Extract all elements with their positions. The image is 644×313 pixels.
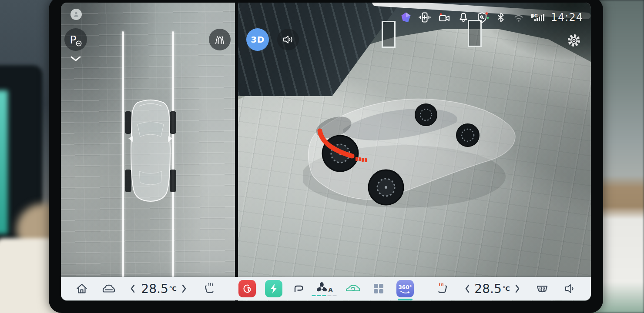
camera-360-label: 360° xyxy=(398,285,412,290)
left-temp-down-button[interactable] xyxy=(129,277,136,300)
chevron-right-icon xyxy=(514,283,521,294)
dashcam-recording-icon[interactable] xyxy=(438,12,451,23)
right-temp-unit: ℃ xyxy=(503,285,510,292)
seat-heating-icon xyxy=(436,282,450,295)
settings-gear-icon[interactable] xyxy=(567,33,581,48)
lane-display-button[interactable] xyxy=(209,29,231,50)
instrument-cluster-screen-blur xyxy=(0,90,8,234)
phone-charging-icon[interactable] xyxy=(418,11,431,23)
app-grid-button[interactable] xyxy=(372,277,385,300)
parking-assist-button[interactable]: P xyxy=(64,28,87,51)
rotate-arrow-icon xyxy=(399,290,411,295)
door-frame xyxy=(382,21,396,48)
clock: 14:24 xyxy=(551,11,583,23)
active-app-indicator xyxy=(398,299,413,300)
ego-car-topdown xyxy=(124,97,177,203)
car-recirculation-icon xyxy=(345,283,361,294)
cellular-signal-icon: 4G xyxy=(531,14,544,21)
left-temp-up-button[interactable] xyxy=(181,277,188,300)
loop-icon xyxy=(292,283,305,295)
notification-bell-icon[interactable] xyxy=(457,11,470,23)
bottom-dock: 28.5 ℃ xyxy=(61,277,591,300)
left-temp-value: 28.5 xyxy=(141,282,168,296)
center-display: P xyxy=(61,3,591,301)
defrost-button[interactable] xyxy=(535,277,549,300)
volume-button[interactable] xyxy=(564,277,576,300)
chevron-right-icon xyxy=(181,283,188,294)
network-type-label: 4G xyxy=(531,14,533,18)
ego-car-3d-model xyxy=(303,87,547,218)
car-between-lanes-icon xyxy=(213,34,226,45)
left-temp-unit: ℃ xyxy=(169,285,177,292)
windshield-defrost-icon xyxy=(535,283,549,295)
app-grid-icon xyxy=(372,283,385,295)
fan-icon xyxy=(315,282,328,294)
car-front-icon xyxy=(101,282,116,295)
car-infotainment-screenshot: P xyxy=(0,0,644,313)
left-seat-climate-button[interactable] xyxy=(202,277,216,300)
right-temp-down-button[interactable] xyxy=(464,277,471,300)
camera-360-app[interactable]: 360° xyxy=(396,277,414,300)
view-mode-3d-button[interactable]: 3D xyxy=(246,28,269,51)
birdseye-camera-panel[interactable]: P xyxy=(61,3,235,301)
charging-app[interactable] xyxy=(265,277,282,300)
chevron-left-icon xyxy=(129,283,136,294)
panel-divider xyxy=(235,3,238,301)
right-seat-climate-button[interactable] xyxy=(436,277,450,300)
wheel-front-right xyxy=(456,124,479,147)
netease-music-app[interactable] xyxy=(238,277,256,300)
minus-circle-icon xyxy=(76,40,82,47)
speaker-waves-icon xyxy=(282,34,294,45)
vehicle-button[interactable] xyxy=(101,277,116,300)
volume-low-icon xyxy=(564,283,576,294)
netease-music-icon xyxy=(242,283,253,294)
right-temperature[interactable]: 28.5 ℃ xyxy=(474,277,510,300)
wheel-rear-right xyxy=(415,104,437,126)
lightning-bolt-icon xyxy=(268,283,279,294)
status-bar: 4G 14:24 xyxy=(400,9,583,26)
seat-ventilation-icon xyxy=(202,282,216,295)
bluetooth-icon[interactable] xyxy=(496,11,506,23)
view-mode-label: 3D xyxy=(251,34,265,45)
chime-speaker-button[interactable] xyxy=(277,29,299,50)
left-temperature[interactable]: 28.5 ℃ xyxy=(141,277,176,300)
fan-level-indicator xyxy=(312,295,337,296)
driver-avatar-icon[interactable] xyxy=(70,9,82,20)
chevron-left-icon xyxy=(464,283,471,294)
right-temp-value: 28.5 xyxy=(474,282,501,296)
fan-auto-button[interactable]: A xyxy=(312,277,337,300)
home-button[interactable] xyxy=(75,277,88,300)
parking-guide-line-left xyxy=(122,31,124,277)
right-temp-up-button[interactable] xyxy=(514,277,521,300)
fan-auto-label: A xyxy=(328,286,332,293)
three-d-camera-panel[interactable]: 4G 14:24 3D xyxy=(238,3,591,301)
voice-assistant-gem-icon[interactable] xyxy=(400,12,412,23)
cabin-recirculation-button[interactable] xyxy=(345,277,361,300)
collapse-chevron-icon[interactable] xyxy=(70,56,81,62)
home-icon xyxy=(75,282,88,295)
security-shield-icon[interactable] xyxy=(476,11,489,23)
wifi-icon[interactable] xyxy=(513,12,525,23)
recirculation-loop-button[interactable] xyxy=(292,277,305,300)
wheel-front-left xyxy=(369,170,403,205)
